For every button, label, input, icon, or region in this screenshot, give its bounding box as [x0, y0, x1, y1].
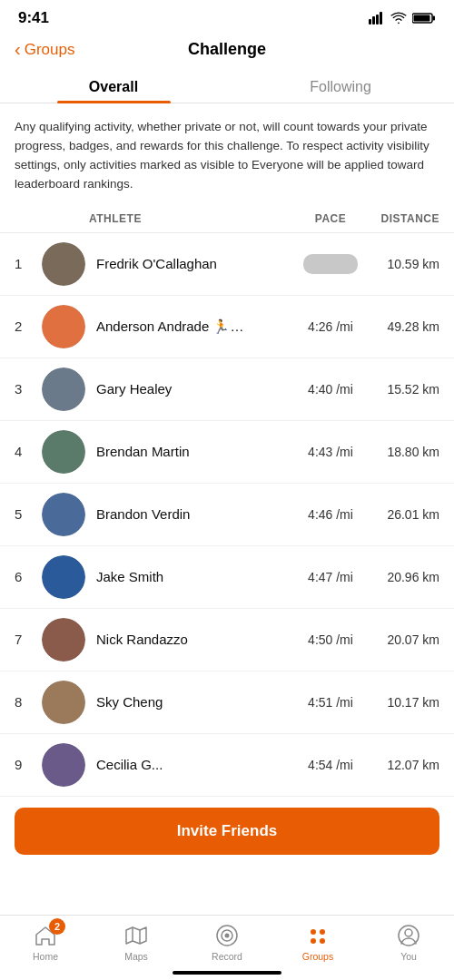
groups-tab-icon	[305, 923, 331, 948]
invite-friends-button[interactable]: Invite Friends	[15, 808, 439, 855]
avatar	[42, 555, 85, 599]
svg-point-10	[225, 934, 230, 938]
svg-point-16	[405, 929, 412, 936]
maps-tab-label: Maps	[124, 951, 148, 962]
avatar-placeholder	[42, 743, 85, 787]
athlete-distance: 26.01 km	[367, 507, 439, 522]
maps-tab-icon	[123, 923, 149, 948]
avatar	[42, 618, 85, 662]
leaderboard: ATHLETE PACE DISTANCE 1 Fredrik O'Callag…	[0, 205, 454, 797]
challenge-description: Any qualifying activity, whether private…	[0, 103, 454, 205]
svg-rect-0	[369, 19, 371, 24]
avatar	[42, 242, 85, 286]
athlete-name: Nick Randazzo	[96, 632, 294, 647]
athlete-pace: 4:40 /mi	[294, 382, 367, 397]
avatar	[42, 305, 85, 348]
athlete-rank: 4	[15, 444, 42, 459]
distance-col-header: DISTANCE	[367, 212, 439, 225]
athlete-rank: 6	[15, 569, 42, 584]
avatar	[42, 743, 85, 787]
athlete-name: Gary Healey	[96, 381, 294, 397]
tab-maps[interactable]: Maps	[91, 923, 182, 962]
wifi-icon	[390, 12, 407, 24]
svg-rect-6	[414, 15, 430, 22]
athlete-row[interactable]: 8 Sky Cheng 4:51 /mi 10.17 km	[0, 671, 454, 734]
athlete-distance: 12.07 km	[367, 758, 439, 772]
athlete-distance: 20.96 km	[367, 570, 439, 584]
page-title: Challenge	[188, 40, 266, 59]
signal-icon	[369, 12, 385, 24]
invite-button-container: Invite Friends	[0, 797, 454, 866]
tab-record[interactable]: Record	[182, 923, 272, 962]
svg-marker-7	[126, 927, 146, 944]
athlete-rank: 2	[15, 318, 42, 334]
svg-rect-3	[380, 12, 382, 24]
athlete-name: Cecilia G...	[96, 757, 294, 772]
athlete-distance: 10.59 km	[367, 257, 439, 271]
avatar	[42, 681, 85, 724]
athlete-row[interactable]: 6 Jake Smith 4:47 /mi 20.96 km	[0, 546, 454, 609]
avatar-placeholder	[42, 242, 85, 286]
athlete-pace: 4:26 /mi	[294, 319, 367, 334]
athlete-row[interactable]: 2 Anderson Andrade 🏃… 4:26 /mi 49.28 km	[0, 296, 454, 358]
avatar	[42, 368, 85, 411]
status-icons	[369, 12, 436, 24]
athlete-rank: 3	[15, 381, 42, 397]
athlete-rank: 1	[15, 256, 42, 271]
athletes-list: 1 Fredrik O'Callaghan 10.59 km 2 Anderso…	[0, 233, 454, 797]
status-time: 9:41	[18, 9, 49, 27]
athlete-distance: 18.80 km	[367, 445, 439, 459]
svg-rect-2	[376, 15, 379, 24]
avatar-placeholder	[42, 368, 85, 411]
athlete-name: Sky Cheng	[96, 694, 294, 710]
athlete-row[interactable]: 7 Nick Randazzo 4:50 /mi 20.07 km	[0, 609, 454, 671]
tab-you[interactable]: You	[363, 923, 454, 962]
record-tab-icon	[214, 923, 240, 948]
athlete-row[interactable]: 3 Gary Healey 4:40 /mi 15.52 km	[0, 358, 454, 421]
back-label: Groups	[25, 41, 75, 59]
avatar-placeholder	[42, 681, 85, 724]
athlete-row[interactable]: 9 Cecilia G... 4:54 /mi 12.07 km	[0, 734, 454, 797]
athlete-col-header: ATHLETE	[89, 212, 294, 225]
avatar-placeholder	[42, 305, 85, 348]
you-tab-label: You	[400, 951, 417, 962]
athlete-rank: 5	[15, 506, 42, 522]
athlete-pace: 4:47 /mi	[294, 570, 367, 584]
nav-header: ‹ Groups Challenge	[0, 33, 454, 59]
athlete-row[interactable]: 1 Fredrik O'Callaghan 10.59 km	[0, 233, 454, 296]
athlete-name: Fredrik O'Callaghan	[96, 256, 294, 271]
pace-hidden	[303, 254, 358, 274]
back-button[interactable]: ‹ Groups	[15, 41, 74, 59]
athlete-row[interactable]: 5 Brandon Verdin 4:46 /mi 26.01 km	[0, 484, 454, 546]
groups-tab-label: Groups	[302, 951, 333, 962]
athlete-pace: 4:51 /mi	[294, 695, 367, 710]
home-badge: 2	[49, 918, 65, 935]
svg-point-14	[320, 938, 325, 944]
athlete-distance: 15.52 km	[367, 382, 439, 397]
athlete-distance: 10.17 km	[367, 695, 439, 710]
avatar-placeholder	[42, 430, 85, 474]
svg-rect-1	[372, 16, 375, 24]
athlete-row[interactable]: 4 Brendan Martin 4:43 /mi 18.80 km	[0, 421, 454, 484]
header-tabs: Overall Following	[0, 70, 454, 103]
home-tab-icon: 2	[33, 923, 58, 948]
avatar-placeholder	[42, 493, 85, 536]
svg-point-12	[320, 929, 325, 935]
avatar-placeholder	[42, 555, 85, 599]
home-tab-label: Home	[33, 951, 58, 962]
athlete-rank: 8	[15, 694, 42, 710]
tab-following[interactable]: Following	[227, 70, 454, 103]
svg-point-13	[311, 938, 316, 944]
tab-overall[interactable]: Overall	[0, 70, 227, 103]
tab-home[interactable]: 2 Home	[0, 923, 91, 962]
home-indicator	[173, 971, 281, 975]
athlete-name: Brandon Verdin	[96, 506, 294, 522]
athlete-pace	[294, 254, 367, 274]
battery-icon	[412, 12, 436, 24]
athlete-pace: 4:43 /mi	[294, 445, 367, 459]
tab-groups[interactable]: Groups	[272, 923, 363, 962]
athlete-name: Anderson Andrade 🏃…	[96, 318, 294, 335]
you-tab-icon	[396, 923, 421, 948]
svg-rect-5	[433, 16, 436, 21]
avatar-placeholder	[42, 618, 85, 662]
